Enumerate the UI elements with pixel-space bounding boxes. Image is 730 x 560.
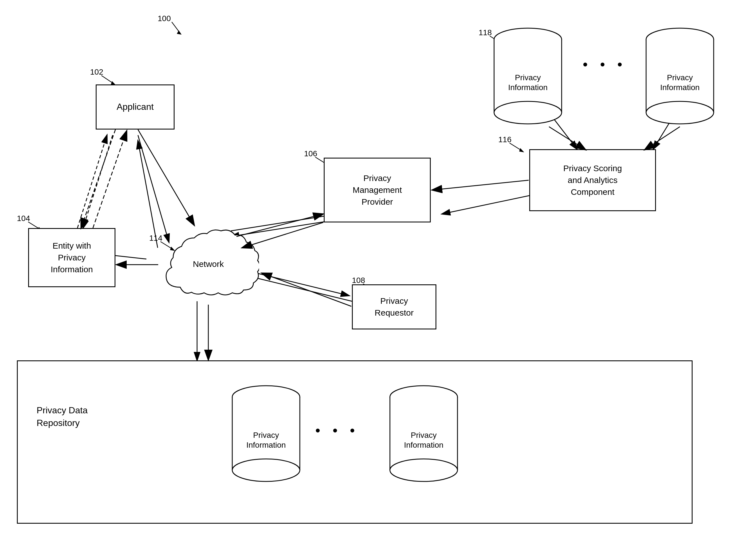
svg-text:Information: Information [404, 441, 443, 449]
db-118: Privacy Information [493, 25, 563, 127]
privacy-data-repo-label: Privacy Data Repository [37, 391, 88, 429]
db-top-right-svg: Privacy Information [645, 25, 715, 127]
db-repo-right-svg: Privacy Information [389, 383, 459, 484]
applicant-box: Applicant [96, 84, 175, 130]
diagram-container: 100 102 104 106 108 110 112 114 116 [0, 0, 730, 560]
db-top-right: Privacy Information [645, 25, 715, 127]
dots-repo: • • • [315, 422, 359, 439]
svg-text:Privacy: Privacy [515, 73, 541, 82]
privacy-scoring-box: Privacy Scoring and Analytics Component [529, 149, 656, 211]
svg-line-70 [262, 273, 351, 306]
entity-box: Entity with Privacy Information [28, 228, 115, 287]
network-cloud-svg: Network [158, 225, 259, 304]
svg-text:Information: Information [508, 83, 548, 92]
dots-top: • • • [583, 56, 626, 73]
privacy-requestor-box: Privacy Requestor [352, 284, 436, 329]
svg-marker-16 [177, 30, 182, 35]
svg-point-45 [390, 459, 457, 481]
svg-line-9 [248, 276, 352, 301]
svg-line-65 [645, 127, 680, 150]
network-cloud: Network [158, 225, 259, 304]
svg-text:Privacy: Privacy [411, 431, 437, 439]
svg-marker-30 [519, 148, 524, 152]
svg-line-72 [93, 131, 127, 228]
db-118-svg: Privacy Information [493, 25, 563, 127]
svg-line-10 [245, 270, 349, 296]
db-repo-right: Privacy Information [389, 383, 459, 484]
svg-line-3 [77, 135, 107, 228]
svg-text:Information: Information [660, 83, 700, 92]
svg-point-38 [232, 459, 300, 481]
svg-text:Privacy: Privacy [667, 73, 693, 82]
svg-text:Network: Network [193, 259, 224, 269]
svg-point-59 [646, 101, 714, 124]
svg-line-71 [81, 130, 115, 228]
svg-line-2 [83, 135, 113, 228]
svg-text:Information: Information [246, 441, 286, 449]
ref-116-arrow [507, 140, 529, 154]
svg-line-66 [432, 180, 529, 190]
svg-point-52 [494, 101, 562, 124]
privacy-mgmt-box: Privacy Management Provider [324, 158, 431, 222]
db-112-left: Privacy Information [231, 383, 301, 484]
svg-line-73 [138, 130, 194, 225]
svg-line-64 [549, 127, 586, 150]
db-112-left-svg: Privacy Information [231, 383, 301, 484]
svg-text:Privacy: Privacy [253, 431, 279, 439]
svg-line-4 [138, 141, 158, 248]
ref-100-arrow [163, 19, 186, 36]
privacy-data-repo-box [17, 360, 693, 524]
